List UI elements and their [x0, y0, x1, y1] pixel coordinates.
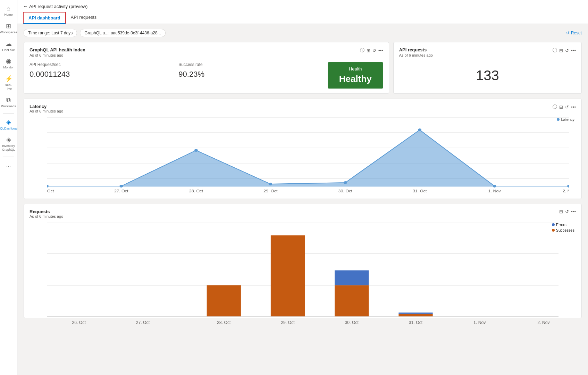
- sidebar-item-more[interactable]: ...: [1, 160, 17, 170]
- sidebar-item-monitor[interactable]: ◉ Monitor: [1, 55, 17, 72]
- back-arrow-icon: ←: [23, 3, 28, 9]
- back-button[interactable]: ← API request activity (preview): [23, 3, 87, 9]
- sidebar-item-home[interactable]: ⌂ Home: [1, 3, 17, 19]
- cards-row: GraphQL API health index As of 6 minutes…: [24, 42, 582, 94]
- sidebar-item-inventorygraphql[interactable]: ◈ Inventory GraphQL: [1, 134, 17, 154]
- sidebar-item-workspaces[interactable]: ⊞ Workspaces: [1, 20, 17, 36]
- svg-text:30. Oct: 30. Oct: [338, 189, 353, 193]
- api-refresh-icon[interactable]: ↺: [565, 48, 569, 53]
- header-title-row: ← API request activity (preview): [23, 3, 582, 9]
- requests-svg: 75 50 25 0: [47, 223, 558, 333]
- success-rate-block: Success rate 90.23%: [178, 62, 327, 89]
- svg-text:31. Oct: 31. Oct: [413, 189, 427, 193]
- graphql-api-filter[interactable]: GraphQL a...: aae539de-0c3f-4436-a28...: [80, 29, 165, 37]
- svg-text:26. Oct: 26. Oct: [47, 189, 54, 193]
- api-requests-title-block: API requests As of 6 minutes ago: [399, 47, 433, 61]
- api-more-icon[interactable]: •••: [571, 48, 576, 53]
- successes-legend-dot: [552, 229, 555, 232]
- tab-api-dashboard[interactable]: API dashboard: [23, 12, 66, 24]
- workloads-icon: ⧉: [6, 97, 11, 104]
- latency-chart-header: Latency As of 6 minutes ago ⓘ ⊞ ↺ •••: [30, 104, 576, 116]
- reset-icon: ↺: [566, 31, 570, 35]
- sidebar-label-gqldashboard: GQLDashboard: [0, 127, 19, 131]
- errors-legend-label: Errors: [556, 223, 566, 227]
- sidebar: ⌂ Home ⊞ Workspaces ☁ OneLake ◉ Monitor …: [0, 0, 17, 375]
- main-area: ← API request activity (preview) API das…: [17, 0, 588, 375]
- gqldashboard-icon: ◈: [6, 118, 11, 126]
- sidebar-label-monitor: Monitor: [3, 66, 14, 69]
- bar-31oct-successes: [398, 314, 432, 316]
- latency-point-0: [47, 185, 49, 188]
- api-grid-icon[interactable]: ⊞: [559, 48, 563, 53]
- sidebar-item-gqldashboard[interactable]: ◈ GQLDashboard: [1, 116, 17, 133]
- latency-chart-actions: ⓘ ⊞ ↺ •••: [553, 104, 576, 110]
- health-index-card-header: GraphQL API health index As of 6 minutes…: [30, 47, 383, 61]
- health-index-subtitle: As of 6 minutes ago: [30, 53, 85, 57]
- info-icon[interactable]: ⓘ: [360, 47, 364, 53]
- api-request-sec-value: 0.00011243: [30, 70, 173, 79]
- api-requests-card: API requests As of 6 minutes ago ⓘ ⊞ ↺ •…: [393, 42, 582, 94]
- latency-legend-item: Latency: [557, 117, 574, 122]
- svg-text:31. Oct: 31. Oct: [409, 320, 423, 325]
- requests-chart-title: Requests: [30, 209, 63, 214]
- svg-text:29. Oct: 29. Oct: [281, 320, 295, 325]
- latency-more-icon[interactable]: •••: [571, 105, 576, 110]
- svg-text:2. Nov: 2. Nov: [537, 320, 550, 325]
- requests-title-block: Requests As of 6 minutes ago: [30, 209, 63, 221]
- sidebar-label-onelake: OneLake: [2, 48, 15, 52]
- reset-button[interactable]: ↺ Reset: [566, 31, 582, 35]
- health-index-title: GraphQL API health index: [30, 47, 85, 52]
- api-info-icon[interactable]: ⓘ: [553, 47, 557, 53]
- requests-grid-icon[interactable]: ⊞: [559, 209, 563, 214]
- latency-point-1: [119, 185, 123, 188]
- latency-area: [47, 130, 569, 186]
- health-value: Healthy: [339, 74, 372, 84]
- api-requests-title: API requests: [399, 47, 433, 52]
- sidebar-label-realtime: Real-Time: [2, 83, 15, 91]
- latency-legend-label: Latency: [561, 117, 574, 122]
- sidebar-label-workloads: Workloads: [1, 105, 16, 108]
- api-request-sec-block: API Request/sec 0.00011243: [30, 62, 178, 89]
- svg-text:26. Oct: 26. Oct: [72, 320, 86, 325]
- success-rate-label: Success rate: [178, 62, 322, 67]
- successes-legend-label: Successes: [556, 228, 574, 232]
- health-index-card: GraphQL API health index As of 6 minutes…: [24, 42, 389, 94]
- api-request-sec-label: API Request/sec: [30, 62, 173, 67]
- grid-icon[interactable]: ⊞: [367, 48, 370, 53]
- latency-grid-icon[interactable]: ⊞: [559, 105, 563, 110]
- latency-point-5: [418, 128, 421, 131]
- svg-text:1. Nov: 1. Nov: [488, 189, 501, 193]
- requests-chart-legend: Errors Successes: [552, 223, 574, 232]
- requests-refresh-icon[interactable]: ↺: [565, 209, 569, 214]
- sidebar-item-workloads[interactable]: ⧉ Workloads: [1, 94, 17, 110]
- bar-31oct-errors: [398, 312, 432, 314]
- more-icon[interactable]: •••: [378, 48, 383, 53]
- latency-svg: 10 7.5 5 2.5 0: [47, 117, 569, 194]
- requests-chart-subtitle: As of 6 minutes ago: [30, 214, 63, 218]
- health-index-content: API Request/sec 0.00011243 Success rate …: [30, 62, 383, 89]
- requests-chart-actions: ⊞ ↺ •••: [559, 209, 576, 214]
- svg-text:29. Oct: 29. Oct: [263, 189, 278, 193]
- requests-chart-area: Errors Successes 75 50: [30, 223, 576, 313]
- latency-chart-subtitle: As of 6 minutes ago: [30, 109, 63, 113]
- sidebar-item-realtime[interactable]: ⚡ Real-Time: [1, 73, 17, 93]
- tab-api-requests[interactable]: API requests: [66, 12, 101, 24]
- latency-point-6: [493, 185, 496, 188]
- requests-chart-card: Requests As of 6 minutes ago ⊞ ↺ ••• Err…: [24, 204, 582, 318]
- requests-more-icon[interactable]: •••: [571, 209, 576, 214]
- refresh-icon[interactable]: ↺: [372, 48, 376, 53]
- page-title: API request activity (preview): [29, 4, 87, 9]
- api-requests-card-header: API requests As of 6 minutes ago ⓘ ⊞ ↺ •…: [399, 47, 576, 61]
- time-range-filter[interactable]: Time range: Last 7 days: [24, 29, 77, 37]
- header: ← API request activity (preview) API das…: [17, 0, 588, 24]
- bar-30oct-successes: [335, 285, 369, 317]
- home-icon: ⌂: [7, 5, 10, 12]
- latency-refresh-icon[interactable]: ↺: [565, 105, 569, 110]
- bar-28oct-successes: [207, 285, 241, 317]
- onelake-icon: ☁: [6, 40, 12, 48]
- sidebar-item-onelake[interactable]: ☁ OneLake: [1, 38, 17, 54]
- sidebar-divider: [3, 113, 14, 114]
- latency-point-3: [269, 183, 272, 185]
- latency-info-icon[interactable]: ⓘ: [553, 104, 557, 110]
- api-requests-actions: ⓘ ⊞ ↺ •••: [553, 47, 576, 53]
